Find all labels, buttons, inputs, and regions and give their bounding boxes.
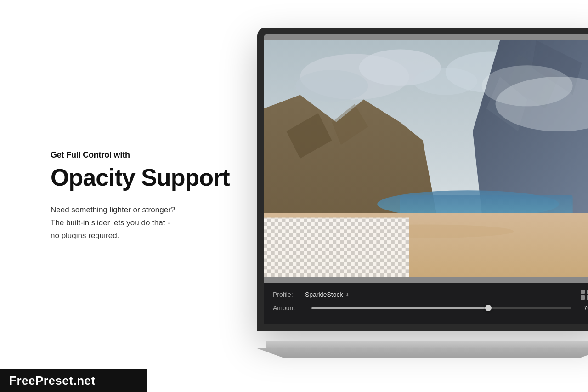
photo-area — [264, 34, 588, 283]
subtitle: Get Full Control with — [51, 150, 243, 159]
screen-content: Profile: SparkleStock ⬍ Amount — [264, 34, 588, 324]
profile-label: Profile: — [273, 291, 305, 298]
description: Need something lighter or stronger? The … — [51, 204, 243, 242]
laptop-screen: Profile: SparkleStock ⬍ Amount — [264, 34, 588, 324]
left-section: Get Full Control with Opacity Support Ne… — [51, 150, 243, 242]
laptop-foot — [257, 348, 588, 358]
opacity-slider[interactable] — [311, 307, 571, 309]
watermark: FreePreset.net — [0, 369, 147, 392]
svg-point-34 — [482, 65, 573, 106]
svg-rect-22 — [264, 218, 409, 277]
profile-value: SparkleStock ⬍ — [305, 291, 349, 298]
profile-row: Profile: SparkleStock ⬍ — [273, 290, 588, 300]
slider-thumb[interactable] — [485, 305, 492, 311]
amount-value: 70 — [578, 304, 588, 312]
laptop-body: Profile: SparkleStock ⬍ Amount — [257, 28, 588, 331]
svg-point-7 — [295, 70, 368, 102]
watermark-text: FreePreset.net — [9, 374, 96, 388]
main-title: Opacity Support — [51, 164, 243, 190]
laptop: Profile: SparkleStock ⬍ Amount — [257, 28, 588, 368]
amount-row: Amount 70 — [273, 304, 588, 312]
profile-arrow-icon[interactable]: ⬍ — [345, 292, 349, 297]
laptop-base — [266, 341, 588, 349]
amount-label: Amount — [273, 304, 305, 312]
slider-fill — [311, 307, 488, 309]
grid-icon[interactable] — [581, 290, 588, 300]
bottom-panel: Profile: SparkleStock ⬍ Amount — [264, 283, 588, 324]
